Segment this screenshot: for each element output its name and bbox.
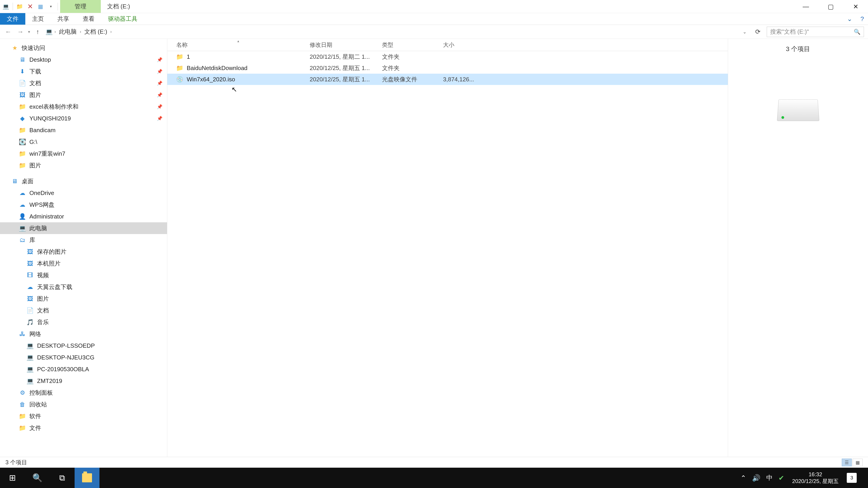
tree-wps[interactable]: ☁WPS网盘 bbox=[0, 199, 167, 210]
tree-excel-folder[interactable]: 📁excel表格制作求和 bbox=[0, 101, 167, 112]
table-row[interactable]: 📁12020/12/15, 星期二 1...文件夹 bbox=[167, 51, 728, 62]
tree-this-pc[interactable]: 💻此电脑 bbox=[0, 222, 167, 234]
breadcrumb-drive[interactable]: 文档 (E:) bbox=[83, 27, 108, 37]
search-icon[interactable]: 🔍 bbox=[854, 29, 861, 35]
tree-pictures2[interactable]: 📁图片 bbox=[0, 160, 167, 171]
tree-label: 音乐 bbox=[37, 318, 49, 326]
tree-bandicam[interactable]: 📁Bandicam bbox=[0, 124, 167, 136]
tree-pc3[interactable]: 💻PC-20190530OBLA bbox=[0, 363, 167, 375]
tree-saved-pictures[interactable]: 🖼保存的图片 bbox=[0, 246, 167, 258]
tree-pictures[interactable]: 🖼图片 bbox=[0, 89, 167, 101]
maximize-button[interactable]: ▢ bbox=[818, 0, 843, 13]
ribbon-expand-icon[interactable]: ⌄ bbox=[843, 13, 856, 25]
pictures-icon: 🖼 bbox=[26, 295, 34, 302]
tree-videos[interactable]: 🎞视频 bbox=[0, 269, 167, 281]
tree-win7[interactable]: 📁win7重装win7 bbox=[0, 148, 167, 160]
window-title: 文档 (E:) bbox=[101, 2, 136, 10]
file-name: 1 bbox=[187, 53, 190, 60]
pc-icon: 💻 bbox=[26, 354, 34, 361]
tab-home[interactable]: 主页 bbox=[25, 13, 51, 25]
tree-tianyi[interactable]: ☁天翼云盘下载 bbox=[0, 281, 167, 293]
navigation-tree[interactable]: ★快速访问 🖥Desktop ⬇下载 📄文档 🖼图片 📁excel表格制作求和 … bbox=[0, 39, 167, 457]
column-name[interactable]: 名称 ▴ bbox=[176, 41, 310, 48]
column-size[interactable]: 大小 bbox=[443, 41, 482, 48]
breadcrumb-this-pc[interactable]: 此电脑 bbox=[58, 27, 78, 37]
breadcrumb[interactable]: 💻 › 此电脑 › 文档 (E:) › bbox=[45, 27, 112, 37]
qat-properties-icon[interactable]: 📁 bbox=[15, 2, 25, 11]
view-large-icons-button[interactable]: ▦ bbox=[852, 459, 863, 466]
tree-control-panel[interactable]: ⚙控制面板 bbox=[0, 387, 167, 398]
history-dropdown-icon[interactable]: ▾ bbox=[28, 29, 30, 34]
tree-pc2[interactable]: 💻DESKTOP-NJEU3CG bbox=[0, 352, 167, 363]
taskbar-clock[interactable]: 16:32 2020/12/25, 星期五 bbox=[790, 471, 841, 485]
cloud-icon: ☁ bbox=[19, 189, 26, 197]
volume-icon[interactable]: 🔊 bbox=[752, 474, 761, 482]
ime-indicator[interactable]: 中 bbox=[766, 474, 773, 482]
chevron-right-icon[interactable]: › bbox=[55, 29, 56, 34]
column-type[interactable]: 类型 bbox=[382, 41, 443, 48]
tree-yunqishi[interactable]: ◆YUNQISHI2019 bbox=[0, 112, 167, 124]
tree-quick-access[interactable]: ★快速访问 bbox=[0, 42, 167, 54]
tree-files[interactable]: 📁文件 bbox=[0, 422, 167, 434]
tree-onedrive[interactable]: ☁OneDrive bbox=[0, 187, 167, 199]
up-button[interactable]: ↑ bbox=[33, 27, 42, 36]
chevron-right-icon[interactable]: › bbox=[80, 29, 81, 34]
tree-section-desktop[interactable]: 🖥桌面 bbox=[0, 175, 167, 187]
tab-view[interactable]: 查看 bbox=[76, 13, 101, 25]
file-name: BaiduNetdiskDownload bbox=[187, 65, 248, 72]
tab-file[interactable]: 文件 bbox=[0, 13, 25, 25]
app-icon[interactable]: 💻 bbox=[1, 2, 11, 11]
file-list-pane: 名称 ▴ 修改日期 类型 大小 📁12020/12/15, 星期二 1...文件… bbox=[167, 39, 728, 457]
taskbar-search-button[interactable]: 🔍 bbox=[25, 468, 50, 488]
tree-desktop[interactable]: 🖥Desktop bbox=[0, 54, 167, 66]
tree-gdrive[interactable]: 💽G:\ bbox=[0, 136, 167, 148]
tree-libraries[interactable]: 🗂库 bbox=[0, 234, 167, 246]
tab-share[interactable]: 共享 bbox=[51, 13, 76, 25]
taskbar-explorer-button[interactable] bbox=[74, 468, 99, 488]
tree-label: 图片 bbox=[37, 295, 49, 303]
tree-documents[interactable]: 📄文档 bbox=[0, 77, 167, 89]
tree-pc4[interactable]: 💻ZMT2019 bbox=[0, 375, 167, 387]
table-row[interactable]: 💿Win7x64_2020.iso2020/12/25, 星期五 1...光盘映… bbox=[167, 74, 728, 85]
close-button[interactable]: ✕ bbox=[843, 0, 868, 13]
tray-app-icon[interactable]: ✔ bbox=[778, 474, 784, 482]
tree-pc1[interactable]: 💻DESKTOP-LSSOEDP bbox=[0, 340, 167, 352]
tree-label: 视频 bbox=[37, 271, 49, 279]
search-input[interactable]: 搜索"文档 (E:)" 🔍 bbox=[767, 27, 864, 37]
tree-recycle-bin[interactable]: 🗑回收站 bbox=[0, 398, 167, 410]
tray-overflow-icon[interactable]: ⌃ bbox=[741, 474, 746, 482]
tree-camera-roll[interactable]: 🖼本机照片 bbox=[0, 258, 167, 269]
qat-delete-icon[interactable]: ✕ bbox=[25, 2, 35, 11]
qat-new-folder-icon[interactable]: ▦ bbox=[35, 2, 45, 11]
tree-label: win7重装win7 bbox=[29, 150, 65, 158]
column-date[interactable]: 修改日期 bbox=[310, 41, 382, 48]
file-size: 3,874,126... bbox=[443, 76, 482, 83]
tree-label: DESKTOP-NJEU3CG bbox=[37, 354, 94, 361]
tab-drive-tools[interactable]: 驱动器工具 bbox=[101, 13, 144, 25]
tree-music[interactable]: 🎵音乐 bbox=[0, 316, 167, 328]
tree-pictures3[interactable]: 🖼图片 bbox=[0, 293, 167, 304]
table-row[interactable]: 📁BaiduNetdiskDownload2020/12/25, 星期五 1..… bbox=[167, 62, 728, 74]
tree-administrator[interactable]: 👤Administrator bbox=[0, 210, 167, 222]
refresh-button[interactable]: ⟳ bbox=[752, 28, 764, 35]
tree-docs[interactable]: 📄文档 bbox=[0, 304, 167, 316]
qat-dropdown-icon[interactable]: ▾ bbox=[46, 2, 56, 11]
task-view-button[interactable]: ⧉ bbox=[50, 468, 74, 488]
tree-downloads[interactable]: ⬇下载 bbox=[0, 66, 167, 77]
desktop-icon: 🖥 bbox=[19, 56, 26, 64]
back-button[interactable]: ← bbox=[4, 27, 13, 36]
contextual-tab-manage[interactable]: 管理 bbox=[60, 0, 101, 13]
tree-network[interactable]: 🖧网络 bbox=[0, 328, 167, 340]
action-center-button[interactable]: 3 bbox=[847, 473, 857, 483]
drive-icon bbox=[778, 98, 818, 121]
tree-label: 天翼云盘下载 bbox=[37, 283, 72, 291]
chevron-right-icon[interactable]: › bbox=[110, 29, 112, 34]
view-details-button[interactable]: ☰ bbox=[842, 459, 852, 466]
tree-label: PC-20190530OBLA bbox=[37, 366, 89, 373]
help-icon[interactable]: ? bbox=[856, 13, 868, 25]
start-button[interactable]: ⊞ bbox=[0, 468, 25, 488]
forward-button[interactable]: → bbox=[16, 27, 25, 36]
minimize-button[interactable]: — bbox=[794, 0, 818, 13]
tree-software[interactable]: 📁软件 bbox=[0, 410, 167, 422]
address-dropdown-icon[interactable]: ⌄ bbox=[741, 29, 749, 35]
